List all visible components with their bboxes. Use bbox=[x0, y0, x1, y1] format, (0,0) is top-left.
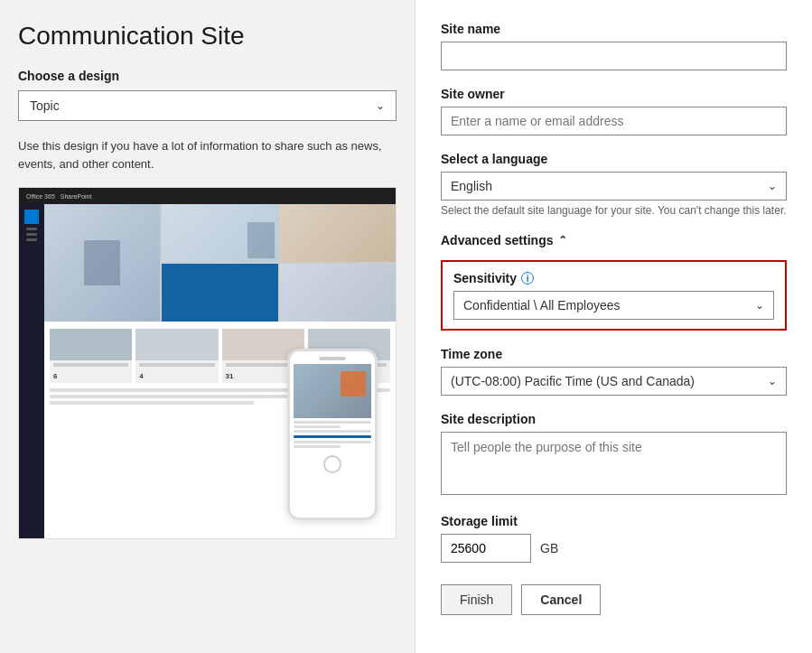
sensitivity-label: Sensitivity i bbox=[453, 271, 774, 285]
news-card-1-image bbox=[50, 329, 132, 360]
design-select-value: Topic bbox=[30, 98, 60, 113]
time-zone-group: Time zone (UTC-08:00) Pacific Time (US a… bbox=[441, 347, 787, 396]
sensitivity-label-text: Sensitivity bbox=[453, 271, 517, 285]
news-card-2-bar bbox=[139, 363, 214, 367]
language-select-value: English bbox=[451, 179, 492, 193]
preview-sidebar bbox=[19, 204, 44, 538]
news-card-2: 4 bbox=[135, 329, 218, 383]
finish-button[interactable]: Finish bbox=[441, 584, 512, 615]
site-name-group: Site name bbox=[441, 22, 787, 70]
preview-main-content: 6 4 31 bbox=[44, 204, 396, 538]
language-chevron-down-icon: ⌄ bbox=[768, 180, 777, 192]
language-hint: Select the default site language for you… bbox=[441, 204, 787, 217]
time-zone-chevron-down-icon: ⌄ bbox=[768, 375, 777, 387]
page-title: Communication Site bbox=[18, 22, 397, 51]
design-select-chevron-down-icon: ⌄ bbox=[376, 99, 385, 112]
phone-screen bbox=[290, 364, 375, 448]
time-zone-select[interactable]: (UTC-08:00) Pacific Time (US and Canada)… bbox=[441, 367, 787, 396]
site-description-label: Site description bbox=[441, 412, 787, 426]
language-select[interactable]: English ⌄ bbox=[441, 172, 787, 201]
storage-unit-label: GB bbox=[540, 541, 558, 555]
sensitivity-chevron-down-icon: ⌄ bbox=[755, 299, 764, 312]
hero-image-1 bbox=[44, 204, 160, 322]
phone-notch bbox=[319, 357, 346, 360]
phone-bar-2 bbox=[294, 425, 341, 428]
preview-placeholder-bar-3 bbox=[50, 401, 254, 405]
preview-hero-grid bbox=[44, 204, 396, 322]
design-description: Use this design if you have a lot of inf… bbox=[18, 137, 397, 173]
hero-image-2 bbox=[162, 204, 277, 262]
news-card-2-image bbox=[135, 329, 218, 360]
design-selector-group: Choose a design Topic ⌄ bbox=[18, 69, 397, 121]
site-owner-label: Site owner bbox=[441, 87, 787, 101]
hero-image-4 bbox=[280, 204, 396, 262]
site-owner-group: Site owner bbox=[441, 87, 787, 135]
sensitivity-select[interactable]: Confidential \ All Employees ⌄ bbox=[453, 291, 774, 320]
storage-limit-input[interactable] bbox=[441, 534, 531, 563]
site-name-input[interactable] bbox=[441, 42, 787, 70]
phone-accent-bar bbox=[294, 435, 371, 438]
cancel-button[interactable]: Cancel bbox=[521, 584, 601, 615]
phone-preview bbox=[287, 349, 378, 520]
sensitivity-select-value: Confidential \ All Employees bbox=[463, 298, 621, 313]
phone-bar-4 bbox=[294, 441, 371, 443]
preview-sharepoint-label: SharePoint bbox=[61, 193, 92, 200]
storage-limit-label: Storage limit bbox=[441, 514, 787, 528]
news-card-1-bar bbox=[53, 363, 128, 367]
news-card-2-number: 4 bbox=[139, 372, 143, 380]
phone-screen-image bbox=[294, 364, 371, 418]
advanced-settings-label: Advanced settings bbox=[441, 233, 553, 247]
phone-home-button bbox=[323, 455, 341, 473]
preview-content: 6 4 31 bbox=[19, 204, 396, 538]
select-language-label: Select a language bbox=[441, 152, 787, 166]
preview-placeholder-bar-2 bbox=[50, 395, 322, 398]
site-description-textarea[interactable] bbox=[441, 432, 787, 495]
advanced-settings-chevron-up-icon: ⌃ bbox=[558, 234, 567, 247]
choose-design-label: Choose a design bbox=[18, 69, 397, 83]
site-description-group: Site description bbox=[441, 412, 787, 498]
site-preview: Office 365 SharePoint bbox=[18, 187, 397, 539]
time-zone-select-value: (UTC-08:00) Pacific Time (US and Canada) bbox=[451, 374, 695, 388]
site-name-label: Site name bbox=[441, 22, 787, 36]
phone-bar-5 bbox=[294, 445, 341, 448]
phone-bar-1 bbox=[294, 421, 371, 424]
news-card-3-number: 31 bbox=[226, 372, 234, 380]
preview-header-bar: Office 365 SharePoint bbox=[19, 188, 396, 204]
preview-office365-label: Office 365 bbox=[26, 193, 55, 200]
sensitivity-box: Sensitivity i Confidential \ All Employe… bbox=[441, 260, 787, 331]
phone-bar-3 bbox=[294, 430, 371, 433]
hero-image-3 bbox=[162, 264, 277, 322]
advanced-settings-toggle[interactable]: Advanced settings ⌃ bbox=[441, 233, 787, 247]
right-panel: Site name Site owner Select a language E… bbox=[415, 0, 812, 653]
storage-limit-group: Storage limit GB bbox=[441, 514, 787, 563]
storage-row: GB bbox=[441, 534, 787, 563]
language-group: Select a language English ⌄ Select the d… bbox=[441, 152, 787, 217]
sensitivity-info-icon[interactable]: i bbox=[521, 272, 534, 285]
time-zone-label: Time zone bbox=[441, 347, 787, 361]
site-owner-input[interactable] bbox=[441, 107, 787, 135]
design-select[interactable]: Topic ⌄ bbox=[18, 90, 397, 121]
button-row: Finish Cancel bbox=[441, 584, 787, 615]
news-card-1-number: 6 bbox=[53, 372, 57, 380]
news-card-1: 6 bbox=[50, 329, 132, 383]
phone-device bbox=[287, 349, 378, 520]
left-panel: Communication Site Choose a design Topic… bbox=[0, 0, 415, 653]
hero-image-5 bbox=[280, 264, 396, 322]
